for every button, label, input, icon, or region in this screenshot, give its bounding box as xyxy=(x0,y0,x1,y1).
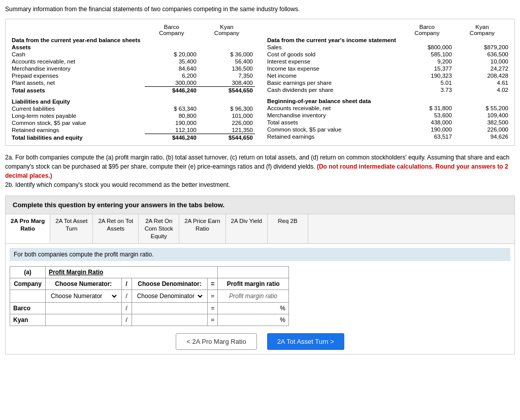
total-assets-kyan: $544,650 xyxy=(199,86,255,94)
formula-select-row[interactable]: Choose Numerator Net income Sales Gross … xyxy=(10,289,289,302)
barco-row[interactable]: Barco / = % xyxy=(10,302,289,314)
complete-instruction: Complete this question by entering your … xyxy=(5,196,515,214)
barco-result-cell[interactable]: % xyxy=(218,302,289,314)
beg-total-assets-label: Total assets xyxy=(265,119,400,126)
lt-notes-label: Long-term notes payable xyxy=(10,112,145,119)
question-2a: 2a. For both companies compute the (a) p… xyxy=(5,153,515,189)
barco-label: Barco xyxy=(10,302,46,314)
denominator-dropdown-cell[interactable]: Choose Denominator Net income Sales Tota… xyxy=(132,289,208,302)
tabs-row: 2A Pro MargRatio 2A Tot AssetTurn 2A Ret… xyxy=(5,214,515,244)
tab-description: For both companies compute the profit ma… xyxy=(10,248,510,261)
tab-req-2b[interactable]: Req 2B xyxy=(268,214,308,243)
retained-earn-barco: 112,100 xyxy=(145,126,199,134)
beg-retained-earn-barco: 63,517 xyxy=(400,133,454,140)
kyan-result-cell[interactable]: % xyxy=(218,314,289,326)
ar-kyan: 56,400 xyxy=(199,58,255,65)
eps-barco: 5.01 xyxy=(400,79,454,86)
net-income-barco: 190,323 xyxy=(400,72,454,79)
barco-equals-cell: = xyxy=(208,302,218,314)
tab-ret-tot[interactable]: 2A Ret on TotAssets xyxy=(93,214,139,243)
sales-label: Sales xyxy=(265,44,400,51)
kyan-denominator-input[interactable] xyxy=(135,316,205,324)
barco-numerator-input[interactable] xyxy=(49,305,118,312)
tab-price-earn[interactable]: 2A Price EarnRatio xyxy=(179,214,225,243)
cogs-kyan: 636,500 xyxy=(454,51,510,58)
nav-buttons: < 2A Pro Marg Ratio 2A Tot Asset Turn > xyxy=(10,333,510,350)
current-liab-kyan: $ 96,300 xyxy=(199,105,255,112)
ratio-title-header: Profit Margin Ratio xyxy=(45,266,217,278)
tab-div-yield[interactable]: 2A Div Yield xyxy=(226,214,268,243)
beg-merch-inv-barco: 53,600 xyxy=(400,112,454,119)
prepaid-kyan: 7,350 xyxy=(199,72,255,79)
current-liab-barco: $ 63,340 xyxy=(145,105,199,112)
barco-numerator-cell[interactable] xyxy=(45,302,121,314)
col-a-header: (a) xyxy=(10,266,46,278)
sales-barco: $800,000 xyxy=(400,44,454,51)
retained-earn-kyan: 121,350 xyxy=(199,126,255,134)
ar-label: Accounts receivable, net xyxy=(10,58,145,65)
tab-pro-marg[interactable]: 2A Pro MargRatio xyxy=(6,214,50,243)
net-income-kyan: 208,428 xyxy=(454,72,510,79)
slash-header: / xyxy=(121,278,132,289)
denominator-select[interactable]: Choose Denominator Net income Sales Tota… xyxy=(135,292,205,300)
beg-ar-label: Accounts receivable, net xyxy=(265,105,400,112)
interest-exp-kyan: 10,000 xyxy=(454,58,510,65)
cash-label: Cash xyxy=(10,51,145,58)
div-per-share-label: Cash dividends per share xyxy=(265,86,400,93)
answer-table: (a) Profit Margin Ratio Company Choose N… xyxy=(10,266,289,326)
beg-total-assets-kyan: 382,500 xyxy=(454,119,510,126)
kyan-numerator-cell[interactable] xyxy=(45,314,121,326)
beg-merch-inv-label: Merchandise inventory xyxy=(265,112,400,119)
beg-common-stock-label: Common stock, $5 par value xyxy=(265,126,400,133)
kyan-row[interactable]: Kyan / = % xyxy=(10,314,289,326)
result-static-cell: Profit margin ratio xyxy=(218,289,289,302)
barco-denominator-input[interactable] xyxy=(135,305,205,312)
tab-ret-com[interactable]: 2A Ret OnCom StockEquity xyxy=(139,214,179,243)
eps-kyan: 4.61 xyxy=(454,79,510,86)
interest-exp-barco: 9,200 xyxy=(400,58,454,65)
sales-kyan: $879,200 xyxy=(454,44,510,51)
tab-content-area: For both companies compute the profit ma… xyxy=(5,244,515,354)
financial-table-container: BarcoCompany KyanCompany Data from the c… xyxy=(5,19,515,146)
barco-denominator-cell[interactable] xyxy=(132,302,208,314)
kyan-result-input[interactable] xyxy=(240,316,278,324)
kyan-numerator-input[interactable] xyxy=(49,316,118,324)
beg-ar-barco: $ 31,800 xyxy=(400,105,454,112)
numerator-select[interactable]: Choose Numerator Net income Sales Gross … xyxy=(49,292,118,300)
plant-label: Plant assets, net xyxy=(10,79,145,87)
profit-margin-result-header: Profit margin ratio xyxy=(218,278,289,289)
eps-label: Basic earnings per share xyxy=(265,79,400,86)
prev-button[interactable]: < 2A Pro Marg Ratio xyxy=(176,333,256,350)
intro-text: Summary information from the financial s… xyxy=(5,5,515,14)
total-liab-eq-label: Total liabilities and equity xyxy=(10,134,145,141)
kyan-slash-cell: / xyxy=(121,314,132,326)
cogs-label: Cost of goods sold xyxy=(265,51,400,58)
beg-balance-header: Beginning-of-year balance sheet data xyxy=(265,98,510,105)
numerator-header: Choose Numerator: xyxy=(45,278,121,289)
left-financial-section: BarcoCompany KyanCompany Data from the c… xyxy=(10,23,255,141)
kyan-denominator-cell[interactable] xyxy=(132,314,208,326)
income-tax-barco: 15,377 xyxy=(400,65,454,72)
prepaid-label: Prepaid expenses xyxy=(10,72,145,79)
company-col-header: Company xyxy=(10,278,46,289)
merch-inv-label: Merchandise inventory xyxy=(10,65,145,72)
formula-company-cell xyxy=(10,289,46,302)
numerator-dropdown-cell[interactable]: Choose Numerator Net income Sales Gross … xyxy=(45,289,121,302)
common-stock-kyan: 226,000 xyxy=(199,119,255,126)
tab-tot-asset[interactable]: 2A Tot AssetTurn xyxy=(50,214,93,243)
plant-kyan: 308,400 xyxy=(199,79,255,87)
beg-ar-kyan: $ 55,200 xyxy=(454,105,510,112)
cash-kyan: $ 36,000 xyxy=(199,51,255,58)
common-stock-barco: 190,000 xyxy=(145,119,199,126)
lt-notes-kyan: 101,000 xyxy=(199,112,255,119)
right-financial-section: BarcoCompany KyanCompany Data from the c… xyxy=(265,23,510,141)
kyan-equals-cell: = xyxy=(208,314,218,326)
equals-header: = xyxy=(208,278,218,289)
next-button[interactable]: 2A Tot Asset Turn > xyxy=(267,333,344,350)
income-stmt-header: Data from the current year's income stat… xyxy=(265,37,510,44)
barco-result-input[interactable] xyxy=(240,305,278,312)
beg-common-stock-kyan: 226,000 xyxy=(454,126,510,133)
total-liab-eq-kyan: $544,650 xyxy=(199,134,255,141)
net-income-label: Net income xyxy=(265,72,400,79)
balance-sheet-header: Data from the current year-end balance s… xyxy=(10,37,255,44)
